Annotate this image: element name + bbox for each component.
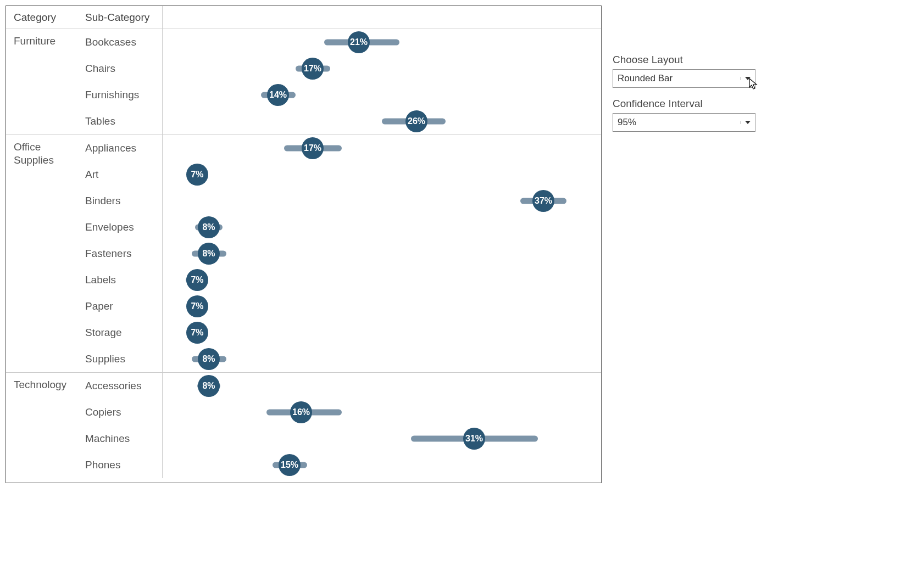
chart-row: Bookcases21% [83,29,601,55]
subcategory-label: Appliances [83,135,163,161]
subcategory-label: Labels [83,267,163,293]
category-label: Technology [6,373,83,478]
header-category: Category [6,6,83,29]
plot-area: 37% [163,188,601,214]
plot-area: 14% [163,82,601,108]
chart-row: Machines31% [83,425,601,452]
plot-area: 21% [163,29,601,55]
layout-label: Choose Layout [613,54,755,66]
category-group: TechnologyAccessories8%Copiers16%Machine… [6,373,601,478]
data-point[interactable]: 8% [198,375,220,397]
subcategory-label: Supplies [83,346,163,372]
data-point[interactable]: 17% [302,137,324,159]
chart-row: Tables26% [83,108,601,135]
subcategory-label: Bookcases [83,29,163,55]
category-label: Furniture [6,29,83,135]
plot-area: 17% [163,135,601,161]
confidence-dropdown[interactable]: 95% [613,113,755,132]
subcategory-label: Envelopes [83,214,163,240]
data-point[interactable]: 14% [267,84,289,106]
plot-area: 7% [163,161,601,188]
subcategory-label: Fasteners [83,240,163,267]
data-point[interactable]: 8% [198,216,220,238]
plot-area: 15% [163,452,601,478]
data-point[interactable]: 31% [463,428,485,450]
subcategory-label: Phones [83,452,163,478]
data-point[interactable]: 7% [186,164,208,186]
category-group: Office SuppliesAppliances17%Art7%Binders… [6,135,601,373]
subcategory-label: Binders [83,188,163,214]
data-point[interactable]: 7% [186,322,208,344]
rows-area: Accessories8%Copiers16%Machines31%Phones… [83,373,601,478]
chart-row: Art7% [83,161,601,188]
chart-row: Storage7% [83,320,601,346]
data-point[interactable]: 8% [198,243,220,265]
controls-sidebar: Choose Layout Rounded Bar Confidence Int… [613,5,755,483]
chart-row: Paper7% [83,293,601,320]
subcategory-label: Copiers [83,399,163,425]
chart-row: Binders37% [83,188,601,214]
chart-row: Fasteners8% [83,240,601,267]
confidence-label: Confidence Interval [613,98,755,110]
subcategory-label: Chairs [83,55,163,82]
subcategory-label: Art [83,161,163,188]
chart-body: FurnitureBookcases21%Chairs17%Furnishing… [6,29,601,483]
plot-area: 7% [163,267,601,293]
chart-row: Labels7% [83,267,601,293]
chart-row: Supplies8% [83,346,601,372]
data-point[interactable]: 7% [186,269,208,291]
chart-row: Appliances17% [83,135,601,161]
data-point[interactable]: 8% [198,348,220,370]
header-subcategory: Sub-Category [83,6,163,29]
plot-area: 16% [163,399,601,425]
category-group: FurnitureBookcases21%Chairs17%Furnishing… [6,29,601,135]
data-point[interactable]: 37% [532,190,554,212]
plot-area: 31% [163,425,601,452]
chevron-down-icon [740,121,751,124]
plot-area: 7% [163,293,601,320]
subcategory-label: Storage [83,320,163,346]
plot-area: 17% [163,55,601,82]
chart-row: Accessories8% [83,373,601,399]
data-point[interactable]: 17% [302,58,324,80]
chart-row: Copiers16% [83,399,601,425]
subcategory-label: Machines [83,425,163,452]
plot-area: 8% [163,214,601,240]
data-point[interactable]: 16% [290,401,312,423]
plot-area: 8% [163,373,601,399]
layout-dropdown[interactable]: Rounded Bar [613,69,755,88]
plot-area: 8% [163,240,601,267]
data-point[interactable]: 15% [279,454,301,476]
plot-area: 26% [163,108,601,135]
data-point[interactable]: 26% [405,110,427,132]
plot-area: 8% [163,346,601,372]
rows-area: Bookcases21%Chairs17%Furnishings14%Table… [83,29,601,135]
chart-row: Envelopes8% [83,214,601,240]
layout-dropdown-value: Rounded Bar [618,73,672,84]
category-label: Office Supplies [6,135,83,372]
data-point[interactable]: 21% [348,31,370,53]
subcategory-label: Furnishings [83,82,163,108]
chart-row: Furnishings14% [83,82,601,108]
chart-panel: Category Sub-Category FurnitureBookcases… [5,5,602,483]
rows-area: Appliances17%Art7%Binders37%Envelopes8%F… [83,135,601,372]
subcategory-label: Accessories [83,373,163,399]
chart-row: Phones15% [83,452,601,478]
data-point[interactable]: 7% [186,295,208,317]
subcategory-label: Tables [83,108,163,135]
subcategory-label: Paper [83,293,163,320]
plot-area: 7% [163,320,601,346]
chart-row: Chairs17% [83,55,601,82]
chevron-down-icon [740,77,751,80]
confidence-dropdown-value: 95% [618,117,636,128]
chart-header: Category Sub-Category [6,6,601,29]
